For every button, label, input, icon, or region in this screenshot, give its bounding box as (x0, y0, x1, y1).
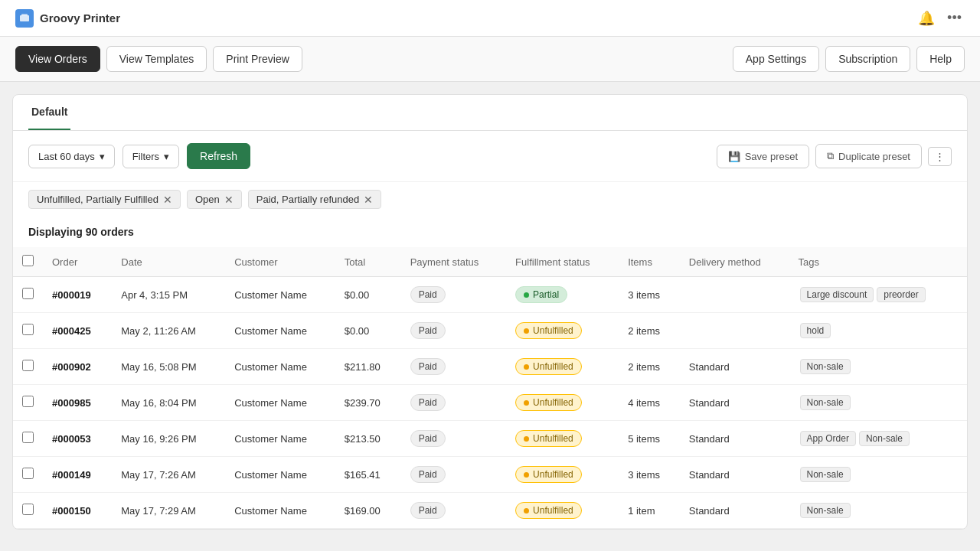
order-number[interactable]: #000425 (43, 313, 112, 349)
display-count: Displaying 90 orders (28, 226, 134, 238)
table-row: #000985May 16, 8:04 PMCustomer Name$239.… (13, 385, 967, 421)
order-tag: Non-sale (800, 467, 851, 482)
date-range-label: Last 60 days (38, 151, 95, 162)
payment-status-badge: Paid (410, 466, 446, 483)
order-tags: Non-sale (789, 493, 967, 529)
table-row: #000150May 17, 7:29 AMCustomer Name$169.… (13, 493, 967, 529)
row-checkbox[interactable] (22, 324, 34, 335)
refresh-button[interactable]: Refresh (187, 143, 250, 169)
delivery-method (680, 277, 789, 313)
order-tags: Non-sale (789, 349, 967, 385)
fulfillment-status-badge: Unfulfilled (515, 358, 582, 375)
order-number[interactable]: #000019 (43, 277, 112, 313)
row-checkbox[interactable] (22, 288, 34, 299)
row-checkbox-cell (13, 457, 43, 493)
more-options-icon[interactable]: ••• (944, 7, 965, 29)
select-all-checkbox[interactable] (22, 255, 34, 266)
date-range-dropdown[interactable]: Last 60 days ▾ (28, 145, 115, 168)
filter-tag-close-open[interactable]: ✕ (224, 194, 234, 205)
view-templates-button[interactable]: View Templates (106, 46, 207, 72)
payment-status-cell: Paid (401, 421, 506, 457)
row-checkbox[interactable] (22, 468, 34, 479)
payment-status-badge: Paid (410, 286, 446, 303)
help-button[interactable]: Help (916, 46, 965, 72)
payment-status-badge: Paid (410, 430, 446, 447)
delivery-method: Standard (680, 349, 789, 385)
order-number[interactable]: #000985 (43, 385, 112, 421)
app-settings-button[interactable]: App Settings (733, 46, 819, 72)
filters-label: Filters (132, 151, 159, 162)
row-checkbox-cell (13, 313, 43, 349)
order-tags: Non-sale (789, 457, 967, 493)
order-tag: Non-sale (800, 503, 851, 518)
col-items: Items (619, 247, 680, 277)
order-total: $213.50 (335, 421, 401, 457)
row-checkbox-cell (13, 277, 43, 313)
order-number[interactable]: #000902 (43, 349, 112, 385)
main-content: Default Last 60 days ▾ Filters ▾ Refresh… (12, 94, 968, 530)
app-brand: Groovy Printer (15, 9, 120, 28)
order-customer: Customer Name (225, 277, 335, 313)
order-items: 3 items (619, 457, 680, 493)
payment-status-badge: Paid (410, 502, 446, 519)
order-tags: hold (789, 313, 967, 349)
view-orders-button[interactable]: View Orders (15, 46, 100, 72)
active-filters: Unfulfilled, Partially Fulfilled ✕ Open … (13, 182, 967, 220)
row-checkbox[interactable] (22, 504, 34, 515)
order-tags: Non-sale (789, 385, 967, 421)
filter-tag-close-paid[interactable]: ✕ (364, 194, 373, 205)
filter-tag-close-unfulfilled[interactable]: ✕ (163, 194, 172, 205)
delivery-method: Standard (680, 493, 789, 529)
fulfillment-status-cell: Unfulfilled (506, 493, 619, 529)
payment-status-cell: Paid (401, 277, 506, 313)
row-checkbox-cell (13, 349, 43, 385)
order-tag: Non-sale (859, 431, 910, 446)
col-total: Total (335, 247, 401, 277)
order-customer: Customer Name (225, 457, 335, 493)
save-preset-button[interactable]: 💾 Save preset (717, 145, 809, 168)
filter-bar: Last 60 days ▾ Filters ▾ Refresh 💾 Save … (13, 131, 967, 182)
fulfillment-status-cell: Unfulfilled (506, 457, 619, 493)
svg-rect-1 (21, 14, 28, 16)
payment-status-cell: Paid (401, 385, 506, 421)
order-tag: hold (800, 323, 831, 338)
print-preview-button[interactable]: Print Preview (213, 46, 302, 72)
top-bar-actions: 🔔 ••• (915, 7, 965, 30)
unfulfilled-dot (524, 436, 529, 442)
notification-icon[interactable]: 🔔 (915, 7, 938, 30)
order-customer: Customer Name (225, 313, 335, 349)
nav-right-buttons: App Settings Subscription Help (733, 46, 965, 72)
svg-rect-0 (20, 15, 29, 21)
order-number[interactable]: #000053 (43, 421, 112, 457)
logo-icon (15, 9, 34, 28)
order-tag: App Order (800, 431, 856, 446)
row-checkbox[interactable] (22, 360, 34, 371)
order-number[interactable]: #000150 (43, 493, 112, 529)
order-tag: Non-sale (800, 395, 851, 410)
delivery-method: Standard (680, 457, 789, 493)
save-preset-label: Save preset (745, 151, 798, 162)
row-checkbox[interactable] (22, 432, 34, 443)
subscription-button[interactable]: Subscription (825, 46, 910, 72)
row-checkbox-cell (13, 385, 43, 421)
tab-default[interactable]: Default (28, 95, 70, 130)
order-items: 2 items (619, 349, 680, 385)
order-total: $0.00 (335, 313, 401, 349)
row-checkbox[interactable] (22, 396, 34, 407)
row-checkbox-cell (13, 493, 43, 529)
fulfillment-status-badge: Partial (515, 286, 567, 303)
more-options-button[interactable]: ⋮ (928, 147, 952, 166)
unfulfilled-dot (524, 508, 529, 514)
order-date: May 16, 5:08 PM (112, 349, 225, 385)
filters-dropdown[interactable]: Filters ▾ (122, 145, 179, 168)
filter-tag-label: Paid, Partially refunded (256, 194, 359, 205)
duplicate-preset-button[interactable]: ⧉ Duplicate preset (815, 144, 922, 168)
fulfillment-status-cell: Unfulfilled (506, 421, 619, 457)
unfulfilled-dot (524, 364, 529, 370)
order-items: 2 items (619, 313, 680, 349)
fulfillment-status-badge: Unfulfilled (515, 394, 582, 411)
unfulfilled-dot (524, 472, 529, 478)
order-number[interactable]: #000149 (43, 457, 112, 493)
order-customer: Customer Name (225, 493, 335, 529)
order-tag: Large discount (800, 287, 874, 302)
